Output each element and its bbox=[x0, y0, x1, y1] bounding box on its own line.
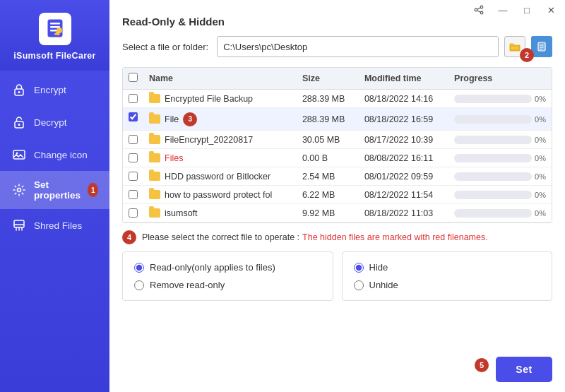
file-selector-row: Select a file or folder: 2 bbox=[122, 36, 552, 57]
maximize-button[interactable]: □ bbox=[516, 0, 538, 20]
hide-option[interactable]: Hide bbox=[354, 262, 541, 273]
share-button[interactable] bbox=[468, 0, 490, 20]
row-progress: 0% bbox=[448, 108, 552, 131]
row-checkbox[interactable] bbox=[129, 190, 138, 199]
row-checkbox[interactable] bbox=[129, 208, 138, 218]
remove-readonly-radio[interactable] bbox=[134, 280, 144, 290]
row-size: 9.92 MB bbox=[297, 204, 359, 222]
header-progress: Progress bbox=[448, 68, 552, 90]
table-row: HDD password or Bitlocker 2.54 MB 08/01/… bbox=[123, 167, 552, 186]
file-table: Name Size Modified time Progress Encrypt… bbox=[123, 68, 552, 222]
row-checkbox[interactable] bbox=[129, 172, 138, 181]
set-button[interactable]: Set bbox=[496, 357, 552, 382]
row-name: Files bbox=[165, 153, 183, 163]
close-button[interactable]: ✕ bbox=[540, 0, 562, 20]
row-checkbox[interactable] bbox=[129, 153, 138, 162]
table-row: Encrypted File Backup 288.39 MB 08/18/20… bbox=[123, 90, 552, 108]
read-only-label: Read-only(only applies to files) bbox=[150, 262, 275, 273]
header-checkbox-col bbox=[123, 68, 143, 90]
svg-point-14 bbox=[475, 8, 477, 11]
unhide-radio[interactable] bbox=[354, 280, 364, 290]
sidebar-nav: Encrypt Decrypt bbox=[0, 73, 109, 242]
sidebar-item-decrypt[interactable]: Decrypt bbox=[0, 106, 109, 138]
header-size: Size bbox=[297, 68, 359, 90]
file-table-container: Name Size Modified time Progress Encrypt… bbox=[122, 67, 552, 223]
sidebar-item-encrypt[interactable]: Encrypt bbox=[0, 73, 109, 106]
app-logo-area: iSumsoft FileCarer bbox=[0, 0, 109, 71]
remove-readonly-label: Remove read-only bbox=[150, 280, 225, 290]
row-size: 6.22 MB bbox=[297, 186, 359, 204]
image-icon bbox=[11, 147, 27, 162]
sidebar-label-encrypt: Encrypt bbox=[34, 85, 66, 95]
table-row: isumsoft 9.92 MB 08/18/2022 11:03 0% bbox=[123, 204, 552, 222]
sidebar-item-shred-files[interactable]: Shred Files bbox=[0, 209, 109, 242]
row-checkbox[interactable] bbox=[129, 112, 138, 121]
sidebar-item-set-properties[interactable]: Set properties 1 bbox=[0, 171, 109, 209]
svg-rect-1 bbox=[50, 23, 60, 25]
gear-icon bbox=[11, 182, 27, 198]
row-checkbox-cell bbox=[123, 167, 143, 184]
svg-rect-3 bbox=[50, 30, 57, 32]
row-modified: 08/18/2022 11:03 bbox=[359, 204, 448, 222]
hide-radio[interactable] bbox=[354, 263, 364, 273]
row-size: 0.00 B bbox=[297, 149, 359, 167]
row-checkbox-cell bbox=[123, 186, 143, 203]
row-checkbox[interactable] bbox=[129, 135, 138, 144]
badge-4: 4 bbox=[122, 230, 136, 244]
progress-label: 0% bbox=[535, 209, 546, 218]
sidebar: iSumsoft FileCarer Encrypt bbox=[0, 0, 109, 392]
row-modified: 08/01/2022 09:59 bbox=[359, 167, 448, 186]
badge-2: 2 bbox=[520, 48, 534, 62]
row-size: 288.39 MB bbox=[297, 108, 359, 131]
progress-label: 0% bbox=[535, 172, 546, 181]
sidebar-label-change-icon: Change icon bbox=[34, 150, 88, 160]
svg-point-8 bbox=[18, 124, 20, 126]
row-name: Encrypted File Backup bbox=[165, 94, 253, 104]
row-progress: 0% bbox=[448, 204, 552, 222]
progress-label: 0% bbox=[535, 95, 546, 103]
row-modified: 08/12/2022 11:54 bbox=[359, 186, 448, 204]
file-path-input[interactable] bbox=[217, 36, 499, 57]
readonly-options-box: Read-only(only applies to files) Remove … bbox=[122, 251, 333, 301]
row-checkbox[interactable] bbox=[129, 94, 138, 103]
sidebar-item-change-icon[interactable]: Change icon bbox=[0, 138, 109, 171]
row-checkbox-cell bbox=[123, 131, 143, 148]
row-progress: 0% bbox=[448, 167, 552, 186]
file-selector-label: Select a file or folder: bbox=[122, 42, 208, 52]
header-name: Name bbox=[143, 68, 297, 90]
unhide-option[interactable]: Unhide bbox=[354, 280, 541, 290]
app-logo-icon bbox=[39, 13, 71, 45]
row-progress: 0% bbox=[448, 149, 552, 167]
instruction-bar: 4 Please select the correct file to oper… bbox=[122, 230, 552, 244]
file-icon-button[interactable] bbox=[531, 36, 552, 57]
table-row: FileEncrypt_20220817 30.05 MB 08/17/2022… bbox=[123, 131, 552, 149]
unhide-label: Unhide bbox=[369, 280, 398, 290]
progress-label: 0% bbox=[535, 115, 546, 124]
options-area: Read-only(only applies to files) Remove … bbox=[122, 251, 552, 301]
header-modified: Modified time bbox=[359, 68, 448, 90]
row-progress: 0% bbox=[448, 186, 552, 204]
row-name-cell: Encrypted File Backup bbox=[143, 90, 297, 108]
titlebar: — □ ✕ bbox=[468, 0, 565, 20]
select-all-checkbox[interactable] bbox=[129, 73, 138, 82]
row-name-cell: File 3 bbox=[143, 108, 297, 131]
table-row: File 3 288.39 MB 08/18/2022 16:59 0% bbox=[123, 108, 552, 131]
row-name: HDD password or Bitlocker bbox=[165, 172, 270, 182]
lock-icon bbox=[11, 82, 27, 97]
row-modified: 08/17/2022 10:39 bbox=[359, 131, 448, 149]
instruction-label: Please select the correct file to operat… bbox=[142, 232, 299, 242]
remove-readonly-option[interactable]: Remove read-only bbox=[134, 280, 321, 290]
row-checkbox-cell bbox=[123, 204, 143, 221]
row-name-cell: FileEncrypt_20220817 bbox=[143, 131, 297, 149]
svg-point-6 bbox=[18, 91, 20, 93]
read-only-option[interactable]: Read-only(only applies to files) bbox=[134, 262, 321, 273]
svg-rect-2 bbox=[50, 26, 60, 28]
sidebar-label-decrypt: Decrypt bbox=[34, 117, 67, 128]
unlock-icon bbox=[11, 114, 27, 130]
minimize-button[interactable]: — bbox=[492, 0, 514, 20]
row-size: 288.39 MB bbox=[297, 90, 359, 108]
row-size: 2.54 MB bbox=[297, 167, 359, 186]
badge-1: 1 bbox=[88, 183, 98, 197]
row-name-cell: how to password protect fol bbox=[143, 186, 297, 204]
read-only-radio[interactable] bbox=[134, 263, 144, 273]
